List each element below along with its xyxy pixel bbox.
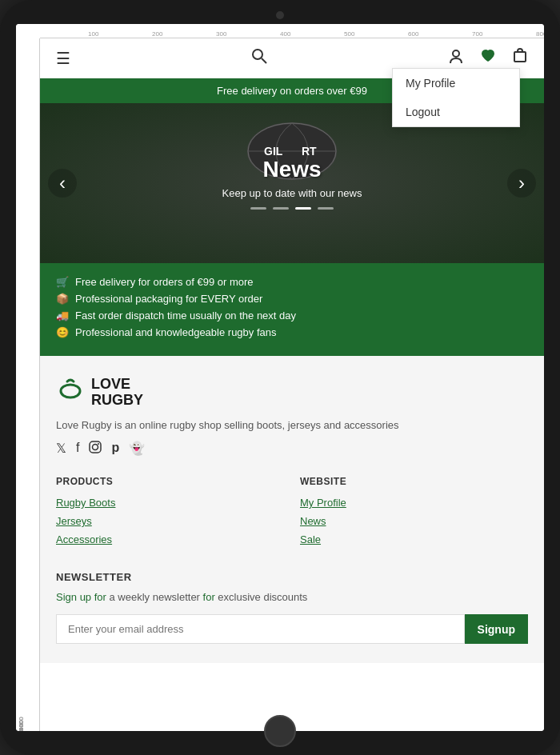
hero-dot-4[interactable] bbox=[318, 207, 334, 210]
svg-point-12 bbox=[98, 443, 99, 445]
svg-point-11 bbox=[93, 445, 98, 450]
feature-item-4: 😊 Professional and knowledgeable rugby f… bbox=[56, 326, 528, 338]
svg-point-9 bbox=[61, 385, 80, 397]
newsletter-section: NEWSLETTER Sign up for a weekly newslett… bbox=[56, 571, 528, 644]
newsletter-description: Sign up for a weekly newsletter for excl… bbox=[56, 591, 528, 603]
feature-text-3: Fast order dispatch time usually on the … bbox=[75, 310, 296, 322]
newsletter-middle-text: a weekly newsletter bbox=[110, 591, 203, 603]
svg-line-1 bbox=[262, 58, 266, 63]
tablet-home-button[interactable] bbox=[264, 715, 296, 747]
ruler-tick: 1100 bbox=[18, 718, 25, 731]
ruler-tick: 500 bbox=[344, 30, 354, 38]
hero-dot-1[interactable] bbox=[250, 207, 266, 210]
svg-rect-3 bbox=[514, 52, 526, 62]
footer-logo-text: LOVE RUGBY bbox=[91, 377, 143, 409]
footer-logo-line2: RUGBY bbox=[91, 393, 143, 409]
facebook-icon[interactable]: f bbox=[76, 441, 79, 457]
footer-rugby-boots-link[interactable]: Rugby Boots bbox=[56, 497, 284, 509]
ruler-left: 100 200 300 400 500 600 700 800 900 1000… bbox=[16, 38, 40, 731]
snapchat-icon[interactable]: 👻 bbox=[129, 441, 145, 457]
footer-website-title: WEBSITE bbox=[300, 476, 528, 487]
footer-jerseys-link[interactable]: Jerseys bbox=[56, 515, 284, 527]
hero-slider: GIL RT ‹ News Keep up to date with our n… bbox=[40, 103, 544, 263]
package-feature-icon: 📦 bbox=[56, 293, 69, 305]
feature-item-3: 🚚 Fast order dispatch time usually on th… bbox=[56, 310, 528, 322]
promo-text-extra: orders over €99 bbox=[294, 85, 367, 97]
ruler-tick: 400 bbox=[280, 30, 290, 38]
ruler-tick: 300 bbox=[216, 30, 226, 38]
feature-item-1: 🛒 Free delivery for orders of €99 or mor… bbox=[56, 276, 528, 288]
smile-feature-icon: 😊 bbox=[56, 326, 69, 338]
tablet-frame: 100 200 300 400 500 600 700 800 100 200 … bbox=[0, 0, 560, 755]
ruler-tick: 800 bbox=[536, 30, 544, 38]
logout-dropdown-item[interactable]: Logout bbox=[393, 98, 519, 126]
newsletter-for-text: for bbox=[203, 591, 215, 603]
hero-dot-2[interactable] bbox=[273, 207, 289, 210]
footer-description: Love Rugby is an online rugby shop selli… bbox=[56, 419, 528, 431]
cart-feature-icon: 🛒 bbox=[56, 276, 69, 288]
newsletter-signup-text: Sign up for bbox=[56, 591, 106, 603]
footer-columns: PRODUCTS Rugby Boots Jerseys Accessories… bbox=[56, 476, 528, 552]
footer-logo: LOVE RUGBY bbox=[56, 375, 528, 409]
hero-dot-3[interactable] bbox=[295, 207, 311, 210]
menu-button[interactable]: ☰ bbox=[56, 49, 70, 68]
truck-feature-icon: 🚚 bbox=[56, 310, 69, 322]
hero-title: News bbox=[222, 157, 362, 182]
ruler-tick: 100 bbox=[88, 30, 98, 38]
footer-logo-line1: LOVE bbox=[91, 377, 143, 393]
tablet-camera bbox=[276, 11, 284, 19]
pinterest-icon[interactable]: p bbox=[111, 441, 119, 457]
slider-next-button[interactable]: › bbox=[507, 169, 536, 198]
promo-text: Free delivery on bbox=[217, 85, 291, 97]
newsletter-email-input[interactable] bbox=[56, 614, 465, 644]
newsletter-form: Signup bbox=[56, 614, 528, 644]
features-bar: 🛒 Free delivery for orders of €99 or mor… bbox=[40, 263, 544, 356]
feature-text-1: Free delivery for orders of €99 or more bbox=[75, 276, 254, 288]
instagram-icon[interactable] bbox=[89, 441, 102, 457]
hero-text: News Keep up to date with our news bbox=[222, 157, 362, 210]
tablet-screen: 100 200 300 400 500 600 700 800 100 200 … bbox=[16, 24, 544, 731]
feature-text-4: Professional and knowledgeable rugby fan… bbox=[75, 326, 277, 338]
newsletter-suffix-text: exclusive discounts bbox=[218, 591, 307, 603]
content-area: ☰ My Profile bbox=[40, 38, 544, 731]
footer-sale-link[interactable]: Sale bbox=[300, 533, 528, 545]
wishlist-button[interactable] bbox=[480, 48, 496, 68]
newsletter-signup-button[interactable]: Signup bbox=[465, 614, 528, 644]
slider-prev-button[interactable]: ‹ bbox=[48, 169, 77, 198]
svg-rect-10 bbox=[90, 441, 101, 453]
hero-dots bbox=[222, 207, 362, 210]
hero-subtitle: Keep up to date with our news bbox=[222, 187, 362, 199]
ruler-corner bbox=[16, 24, 40, 38]
footer-products-col: PRODUCTS Rugby Boots Jerseys Accessories bbox=[56, 476, 284, 552]
ruler-tick: 600 bbox=[408, 30, 418, 38]
footer-products-title: PRODUCTS bbox=[56, 476, 284, 487]
ruler-tick: 700 bbox=[472, 30, 482, 38]
search-button[interactable] bbox=[251, 48, 267, 68]
footer-website-col: WEBSITE My Profile News Sale bbox=[300, 476, 528, 552]
footer-news-link[interactable]: News bbox=[300, 515, 528, 527]
svg-point-0 bbox=[253, 50, 262, 59]
footer-logo-icon bbox=[56, 375, 85, 409]
my-profile-dropdown-item[interactable]: My Profile bbox=[393, 69, 519, 98]
profile-button[interactable]: My Profile Logout bbox=[448, 48, 464, 68]
feature-item-2: 📦 Professional packaging for EVERY order bbox=[56, 293, 528, 305]
cart-button[interactable] bbox=[512, 48, 528, 68]
footer-my-profile-link[interactable]: My Profile bbox=[300, 497, 528, 509]
svg-text:RT: RT bbox=[302, 145, 317, 158]
footer-accessories-link[interactable]: Accessories bbox=[56, 533, 284, 545]
social-icons: 𝕏 f p 👻 bbox=[56, 441, 528, 457]
ruler-top: 100 200 300 400 500 600 700 800 bbox=[40, 24, 544, 38]
ruler-tick: 200 bbox=[152, 30, 162, 38]
newsletter-title: NEWSLETTER bbox=[56, 571, 528, 583]
svg-text:GIL: GIL bbox=[264, 145, 283, 158]
twitter-icon[interactable]: 𝕏 bbox=[56, 441, 66, 457]
header-icons-right: My Profile Logout bbox=[448, 48, 528, 68]
svg-point-2 bbox=[453, 50, 459, 57]
header: ☰ My Profile bbox=[40, 38, 544, 78]
feature-text-2: Professional packaging for EVERY order bbox=[75, 293, 262, 305]
footer-section: LOVE RUGBY Love Rugby is an online rugby… bbox=[40, 356, 544, 663]
profile-dropdown: My Profile Logout bbox=[392, 68, 520, 127]
